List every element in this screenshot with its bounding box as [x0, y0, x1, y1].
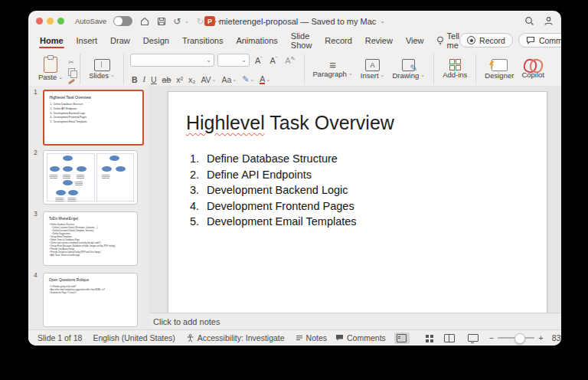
diagram-node	[102, 166, 112, 172]
zoom-out-button[interactable]: −	[489, 333, 494, 342]
copy-icon[interactable]	[68, 68, 75, 76]
powerpoint-app-icon: P	[204, 16, 215, 26]
bold-button[interactable]: B	[132, 76, 138, 84]
change-case-button[interactable]: Aa⌄	[221, 76, 237, 84]
tab-record[interactable]: Record	[324, 34, 352, 48]
notes-pane[interactable]: Click to add notes	[149, 313, 561, 330]
tab-design[interactable]: Design	[142, 34, 170, 48]
underline-button[interactable]: U	[151, 76, 157, 84]
close-button[interactable]	[36, 18, 43, 25]
slide-sorter-icon	[426, 335, 429, 338]
slide-counter: Slide 1 of 18	[38, 333, 82, 342]
list-item: 5.Development Email Templates	[190, 214, 357, 230]
chevron-down-icon[interactable]: ⌄	[380, 18, 385, 25]
normal-view-button[interactable]	[394, 332, 410, 344]
paragraph-button[interactable]: ≡ Paragraph ⌄	[309, 58, 357, 80]
save-icon[interactable]	[156, 16, 166, 26]
thumbnail-row-3: 3 ToDo MieterEngel • Define Database Str…	[28, 208, 149, 269]
slideshow-button[interactable]	[466, 332, 481, 344]
strikethrough-button[interactable]: ab	[162, 76, 172, 84]
tab-insert[interactable]: Insert	[76, 34, 99, 48]
tab-view[interactable]: View	[405, 34, 425, 48]
diagram-node	[63, 156, 73, 161]
slide-thumbnail-2[interactable]	[43, 150, 138, 205]
current-slide[interactable]: Highlevel Task Overview 1.Define Databas…	[168, 91, 547, 313]
text-highlight-button[interactable]: ✎⌄	[242, 75, 254, 84]
designer-button[interactable]: Designer	[481, 57, 518, 82]
zoom-level[interactable]: 83%	[552, 333, 561, 342]
undo-chevron-icon[interactable]: ⌄	[185, 18, 189, 25]
font-name-select[interactable]: ⌄	[130, 54, 214, 67]
tab-transitions[interactable]: Transitions	[181, 34, 224, 48]
font-size-select[interactable]: ⌄	[217, 54, 250, 67]
minimize-button[interactable]	[47, 18, 54, 25]
paste-button[interactable]: Paste ⌄	[34, 54, 67, 84]
fullscreen-button[interactable]	[57, 18, 64, 25]
slide-body-list[interactable]: 1.Define Database Structure 2.Define API…	[190, 151, 357, 230]
chevron-down-icon: ⌄	[110, 72, 115, 78]
accessibility-status[interactable]: Accessibility: Investigate	[186, 333, 285, 342]
text-box-icon: A	[365, 59, 380, 71]
record-dot-icon	[467, 36, 475, 44]
designer-icon	[492, 59, 508, 71]
autosave-toggle[interactable]	[113, 16, 132, 26]
slide-thumbnail-1[interactable]: Highlevel Task Overview 1. Define Databa…	[43, 90, 144, 146]
powerpoint-window: AutoSave ↺ ⌄ ↻ ⋯ P mieterengel-proposal …	[28, 11, 561, 346]
zoom-slider-knob[interactable]	[514, 333, 525, 344]
caret-up-icon: ˆ	[260, 56, 262, 61]
home-icon[interactable]	[139, 16, 149, 26]
tab-home[interactable]: Home	[39, 34, 64, 48]
cut-icon[interactable]: ✂	[68, 59, 75, 66]
grow-font-button[interactable]: Aˆ	[253, 56, 265, 65]
comments-toggle-button[interactable]: Comments	[335, 333, 386, 342]
shrink-font-button[interactable]: Aˇ	[268, 56, 280, 65]
list-item: 3.Development Backend Logic	[190, 182, 357, 198]
italic-button[interactable]: I	[143, 76, 146, 84]
copilot-button[interactable]: Copilot	[518, 57, 548, 81]
character-spacing-button[interactable]: AV⌄	[201, 76, 216, 84]
search-icon[interactable]	[524, 16, 534, 26]
diagram-node	[68, 190, 78, 195]
insert-button[interactable]: A Insert ⌄	[357, 57, 389, 82]
tab-review[interactable]: Review	[364, 34, 394, 48]
add-ins-grid-icon	[449, 59, 461, 70]
slide-canvas: Highlevel Task Overview 1.Define Databas…	[149, 86, 561, 313]
comments-button[interactable]: Comments	[518, 33, 561, 48]
format-painter-icon[interactable]	[68, 78, 75, 84]
notes-toggle-button[interactable]: Notes	[296, 333, 327, 342]
clipboard-icon	[44, 57, 57, 73]
document-title-area[interactable]: P mieterengel-proposal — Saved to my Mac…	[204, 16, 385, 26]
tell-me-button[interactable]: Tell me	[436, 31, 460, 50]
drawing-shape-icon: ✎	[402, 59, 415, 71]
slides-button[interactable]: Slides ⌄	[85, 57, 119, 82]
clear-formatting-button[interactable]: A✎	[283, 56, 297, 65]
chevron-down-icon: ⌄	[206, 57, 211, 64]
tab-slide-show[interactable]: Slide Show	[290, 29, 313, 52]
chevron-down-icon: ⌄	[58, 74, 63, 80]
diagram-node	[63, 180, 73, 185]
zoom-control: − +	[489, 333, 544, 342]
presence-icon[interactable]	[544, 16, 554, 26]
undo-icon[interactable]: ↺	[173, 17, 181, 26]
traffic-lights	[36, 18, 64, 25]
record-button[interactable]: Record	[459, 33, 513, 48]
slide-sorter-view-button[interactable]	[418, 332, 433, 344]
accessibility-icon	[186, 334, 194, 342]
tab-draw[interactable]: Draw	[109, 34, 131, 48]
zoom-in-button[interactable]: +	[538, 333, 543, 342]
slide-title[interactable]: Highlevel Task Overview	[186, 112, 394, 134]
add-ins-button[interactable]: Add-ins	[439, 57, 471, 81]
notes-placeholder[interactable]: Click to add notes	[153, 317, 561, 326]
zoom-slider[interactable]	[498, 337, 534, 339]
font-color-button[interactable]: A⌄	[260, 75, 270, 85]
subscript-button[interactable]: x₂	[188, 76, 195, 84]
slide-thumbnail-4[interactable]: Open Questions Rolique • Is Flexbox goin…	[43, 273, 138, 327]
tab-animations[interactable]: Animations	[235, 34, 278, 48]
diagram-node	[50, 166, 60, 172]
redo-icon: ↻	[196, 17, 204, 26]
reading-view-button[interactable]	[442, 332, 457, 344]
slide-thumbnail-3[interactable]: ToDo MieterEngel • Define Database Struc…	[43, 211, 138, 266]
superscript-button[interactable]: x²	[176, 76, 183, 84]
language-selector[interactable]: English (United States)	[93, 333, 175, 342]
drawing-button[interactable]: ✎ Drawing ⌄	[388, 57, 429, 82]
